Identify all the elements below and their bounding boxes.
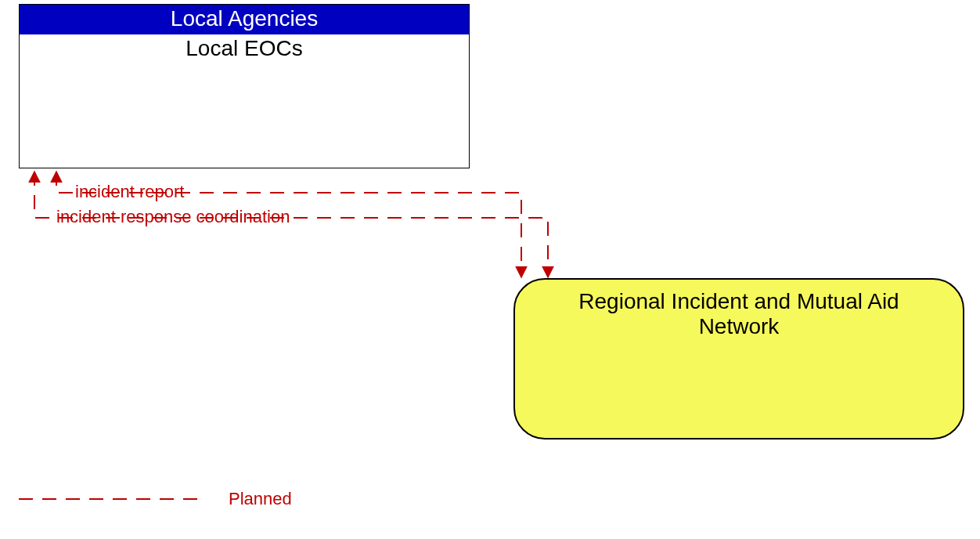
flow-label-incident-report: incident report <box>75 182 184 202</box>
node-regional-line2: Network <box>515 314 963 339</box>
node-regional-line1: Regional Incident and Mutual Aid <box>515 289 963 314</box>
node-local-agencies-header: Local Agencies <box>20 5 469 34</box>
node-local-agencies: Local Agencies Local EOCs <box>19 4 470 168</box>
node-regional-incident-mutual-aid: Regional Incident and Mutual Aid Network <box>513 278 964 440</box>
flow-label-incident-response-coordination: incident response coordination <box>56 207 290 227</box>
legend-planned-label: Planned <box>229 489 292 509</box>
diagram-canvas: Local Agencies Local EOCs Regional Incid… <box>0 0 980 539</box>
node-local-agencies-body: Local EOCs <box>20 34 469 168</box>
